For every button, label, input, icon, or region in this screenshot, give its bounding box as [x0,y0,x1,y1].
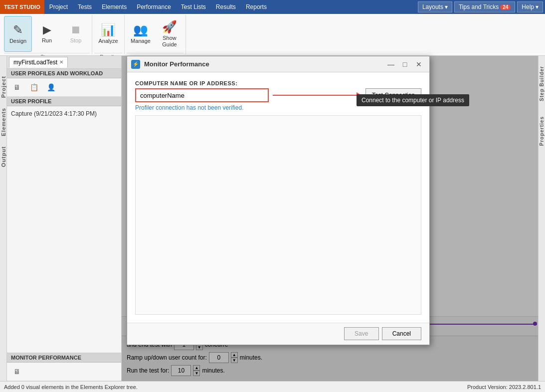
status-left: Added 0 visual elements in the Elements … [4,384,138,390]
help-button[interactable]: Help ▾ [517,1,543,12]
menu-testlists[interactable]: Test Lists [176,0,211,14]
maximize-icon: □ [403,60,407,68]
arrow-line [273,95,357,96]
panel-lower: MONITOR PERFORMANCE 🖥 [7,353,121,381]
sidebar-item-elements[interactable]: Elements [0,108,6,136]
close-icon: ✕ [416,60,422,68]
modal-footer: Save Cancel [127,323,429,344]
chevron-down-icon: ▾ [445,3,448,10]
modal-close-button[interactable]: ✕ [412,59,425,70]
add-profile-icon[interactable]: 🖥 [10,80,24,94]
show-guide-button[interactable]: 🚀 Show Guide [156,16,183,52]
menu-reports[interactable]: Reports [241,0,272,14]
stop-button[interactable]: ⏹ Stop [62,16,90,52]
modal-controls: — □ ✕ [384,59,425,70]
analyze-button[interactable]: 📊 Analyze [94,16,122,52]
main-layout: Project Elements Output myFirstLoadTest … [0,56,545,381]
center-area: 4 5 6 7 8 9 10 TIME and end test with [122,56,538,381]
modal-icon: ⚡ [131,60,140,69]
menu-tests[interactable]: Tests [73,0,97,14]
menu-items: Project Tests Elements Performance Test … [44,0,418,14]
left-sidebar: Project Elements Output [0,56,7,381]
close-tab-icon[interactable]: ✕ [59,59,63,65]
layouts-button[interactable]: Layouts ▾ [418,1,452,12]
sidebar-item-project[interactable]: Project [0,76,6,98]
menu-results[interactable]: Results [211,0,241,14]
verify-message: Profiler connection has not been verifie… [135,104,421,111]
run-icon: ▶ [43,23,51,36]
minimize-icon: — [387,60,394,68]
save-button[interactable]: Save [344,327,379,340]
modal-titlebar: ⚡ Monitor Performance — □ ✕ [127,56,429,72]
arrow-connector [273,92,362,98]
app-title: TEST STUDIO [0,0,44,14]
modal-maximize-button[interactable]: □ [398,59,411,70]
design-icon: ✎ [13,23,23,37]
modal-overlay: ⚡ Monitor Performance — □ ✕ [122,56,538,381]
left-panel: myFirstLoadTest ✕ USER PROFILES AND WORK… [7,56,122,381]
run-button[interactable]: ▶ Run [33,16,61,52]
manage-button[interactable]: 👥 Manage [127,16,155,52]
menu-project[interactable]: Project [44,0,73,14]
sidebar-item-output[interactable]: Output [0,146,6,167]
tips-button[interactable]: Tips and Tricks 24 [454,1,515,12]
guide-icon: 🚀 [162,20,177,34]
monitor-icons: 🖥 [7,363,121,381]
monitor-add-icon[interactable]: 🖥 [10,365,24,379]
field-label: COMPUTER NAME OR IP ADDRESS: [135,80,421,86]
menu-bar: TEST STUDIO Project Tests Elements Perfo… [0,0,545,14]
menu-elements[interactable]: Elements [97,0,132,14]
monitor-performance-header: MONITOR PERFORMANCE [7,353,121,363]
cancel-button[interactable]: Cancel [382,327,421,340]
tab-bar: myFirstLoadTest ✕ [7,56,121,69]
sidebar-item-step-builder[interactable]: Step Builder [539,66,545,101]
modal-title: Monitor Performance [144,60,380,68]
menu-performance[interactable]: Performance [132,0,176,14]
right-sidebar: Step Builder Properties [538,56,545,381]
status-bar: Added 0 visual elements in the Elements … [0,381,545,392]
tips-badge: 24 [500,4,511,10]
sidebar-item-properties[interactable]: Properties [539,116,545,146]
toolbar-group-tools: 👥 Manage 🚀 Show Guide [125,15,186,54]
modal-content-area [135,115,421,315]
tab-myfirstloadtest[interactable]: myFirstLoadTest ✕ [9,57,68,68]
field-row: Test Connection [135,88,421,102]
status-right: Product Version: 2023.2.801.1 [467,384,541,390]
toolbar-group-results: 📊 Analyze Results [92,15,125,54]
manage-icon: 👥 [133,23,148,37]
arrow-head [357,92,362,98]
analyze-icon: 📊 [101,23,116,37]
user-profiles-header: USER PROFILES AND WORKLOAD [7,69,121,78]
monitor-performance-modal: ⚡ Monitor Performance — □ ✕ [127,56,430,345]
design-button[interactable]: ✎ Design [4,16,32,52]
user-profile-header: USER PROFILE [7,97,121,106]
chevron-down-icon: ▾ [536,3,539,10]
add-user-icon[interactable]: 👤 [44,80,58,94]
modal-body: COMPUTER NAME OR IP ADDRESS: Test Connec… [127,72,429,323]
toolbar-group-steps: ✎ Design ▶ Run ⏹ Stop Steps [2,15,92,54]
add-profile2-icon[interactable]: 📋 [27,80,41,94]
user-profiles-icons: 🖥 📋 👤 [7,78,121,97]
modal-minimize-button[interactable]: — [384,59,397,70]
computer-name-input[interactable] [135,88,269,102]
panel-content: Capture (9/21/2023 4:17:30 PM) [7,106,121,353]
menu-right: Layouts ▾ Tips and Tricks 24 Help ▾ [418,1,545,12]
stop-icon: ⏹ [70,23,81,36]
capture-item[interactable]: Capture (9/21/2023 4:17:30 PM) [11,109,117,118]
toolbar: ✎ Design ▶ Run ⏹ Stop Steps 📊 Analyze Re… [0,14,545,56]
test-connection-button[interactable]: Test Connection [365,88,421,102]
